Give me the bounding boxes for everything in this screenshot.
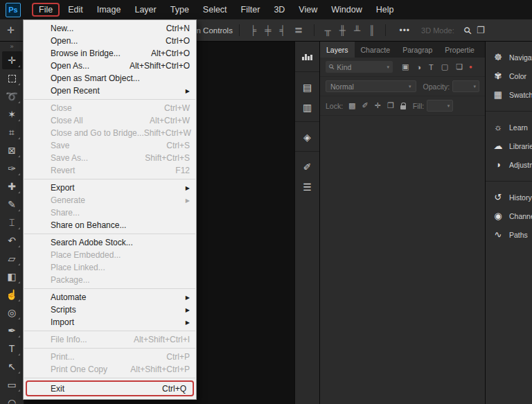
3d-panel-icon[interactable]: ◈	[297, 127, 318, 147]
distribute-spacing-icon[interactable]: ║	[369, 25, 375, 35]
filter-pixel-layers-icon[interactable]: ▣	[402, 62, 409, 71]
dodge-tool[interactable]: ◎	[2, 304, 22, 322]
menu-item-file[interactable]: File	[32, 3, 60, 17]
panel-button-learn[interactable]: ☼Learn	[486, 118, 532, 137]
panel-button-paths[interactable]: ∿Paths	[486, 225, 532, 244]
file-menu-item-scripts[interactable]: Scripts▶	[24, 304, 196, 316]
search-icon[interactable]: ⚲	[461, 24, 475, 37]
filter-toggle-dot[interactable]: ●	[469, 64, 472, 70]
align-bottom-edges-icon[interactable]: ╨	[354, 25, 360, 35]
lock-all-icon[interactable]	[400, 105, 406, 109]
align-right-edges-icon[interactable]: ╡	[279, 25, 285, 35]
file-menu-item-automate[interactable]: Automate▶	[24, 291, 196, 304]
swatches-icon: ▦	[492, 89, 504, 100]
move-tool[interactable]: ✛	[2, 51, 22, 69]
search-icon: ⚲	[327, 62, 336, 71]
align-top-edges-icon[interactable]: ╥	[325, 25, 331, 35]
menu-item-label: Open As...	[51, 61, 130, 71]
fill-field[interactable]: ▾	[427, 100, 453, 112]
menu-item-image[interactable]: Image	[90, 3, 128, 17]
file-menu-item-import[interactable]: Import▶	[24, 316, 196, 328]
file-menu-item-open-as[interactable]: Open As...Alt+Shift+Ctrl+O	[24, 60, 196, 72]
histogram-panel-icon[interactable]	[297, 47, 318, 67]
menu-item-view[interactable]: View	[292, 3, 324, 17]
gradient-tool[interactable]: ◧	[2, 267, 22, 286]
filter-shape-layers-icon[interactable]: ▢	[441, 62, 448, 71]
panel-button-adjustments[interactable]: ◑Adjustm	[486, 155, 532, 174]
lock-artboard-icon[interactable]: ❐	[387, 101, 394, 110]
healing-brush-tool[interactable]: ✚	[2, 177, 22, 195]
file-menu-item-export[interactable]: Export▶	[24, 182, 196, 194]
menu-item-edit[interactable]: Edit	[61, 3, 90, 17]
info-panel-icon[interactable]: ▤	[297, 77, 318, 97]
menu-item-help[interactable]: Help	[369, 3, 401, 17]
filter-smart-objects-icon[interactable]: ❏	[456, 62, 463, 71]
eraser-tool[interactable]: ▱	[2, 249, 22, 267]
align-horizontal-centers-icon[interactable]: ╪	[265, 25, 271, 35]
distribute-horizontal-icon[interactable]: 〓	[294, 24, 303, 37]
file-menu-item-browse-in-bridge[interactable]: Browse in Bridge...Alt+Ctrl+O	[24, 47, 196, 60]
hand-tool[interactable]: ◠	[2, 394, 22, 404]
panel-button-swatches[interactable]: ▦Swatche	[486, 85, 532, 104]
frame-tool[interactable]: ⊠	[2, 141, 22, 159]
path-select-tool[interactable]: ↖	[2, 358, 22, 376]
layer-filter-kind-select[interactable]: ⚲ Kind ▾	[326, 61, 393, 73]
tab-propertie[interactable]: Propertie	[438, 42, 481, 58]
eyedropper-tool[interactable]: ✑	[2, 159, 22, 177]
panel-button-history[interactable]: ↺History	[486, 188, 532, 207]
more-options-icon[interactable]: •••	[399, 26, 410, 35]
smudge-tool[interactable]: ☝	[2, 286, 22, 304]
menu-separator	[24, 378, 195, 378]
menu-item-layer[interactable]: Layer	[127, 3, 163, 17]
blend-mode-select[interactable]: Normal ▾	[326, 80, 416, 92]
menu-item-filter[interactable]: Filter	[234, 3, 267, 17]
swatches-label: Swatche	[509, 91, 532, 99]
notes-panel-icon[interactable]: ▥	[297, 97, 318, 117]
chevron-down-icon: ▾	[387, 64, 389, 70]
file-menu-item-new[interactable]: New...Ctrl+N	[24, 22, 196, 35]
lock-pixels-icon[interactable]: ✐	[362, 101, 369, 110]
menu-item-type[interactable]: Type	[163, 3, 196, 17]
file-menu-item-search-adobe-stock[interactable]: Search Adobe Stock...	[24, 236, 196, 249]
opacity-field[interactable]: ▾	[452, 80, 479, 92]
menu-item-label: Open as Smart Object...	[51, 73, 190, 83]
tab-characte[interactable]: Characte	[355, 42, 397, 58]
tab-paragrap[interactable]: Paragrap	[396, 42, 438, 58]
file-menu-item-open[interactable]: Open...Ctrl+O	[24, 35, 196, 47]
menu-item-window[interactable]: Window	[324, 3, 369, 17]
pen-tool[interactable]: ✒	[2, 322, 22, 340]
brush-settings-panel-icon[interactable]: ✐	[297, 157, 318, 177]
workspace-switcher-icon[interactable]: ❐	[477, 25, 485, 35]
filter-type-layers-icon[interactable]: T	[429, 63, 434, 71]
history-brush-tool[interactable]: ↶	[2, 231, 22, 249]
lasso-tool[interactable]: ➰	[2, 87, 22, 105]
align-vertical-centers-icon[interactable]: ╫	[339, 25, 346, 35]
clone-stamp-tool[interactable]: ⌶	[2, 213, 22, 231]
panel-group-separator	[295, 117, 320, 122]
lock-transparency-icon[interactable]: ▩	[348, 101, 355, 110]
tab-layers[interactable]: Layers	[320, 42, 355, 58]
brush-tool[interactable]: ✎	[2, 195, 22, 213]
panel-button-channels[interactable]: ◉Channe	[486, 207, 532, 225]
panel-button-color[interactable]: ✾Color	[486, 67, 532, 85]
file-menu-item-open-as-smart-object[interactable]: Open as Smart Object...	[24, 72, 196, 85]
type-tool[interactable]: T	[2, 340, 22, 358]
menu-item-3d[interactable]: 3D	[267, 3, 292, 17]
rectangle-tool[interactable]: ▭	[2, 376, 22, 394]
menu-item-select[interactable]: Select	[196, 3, 234, 17]
crop-tool[interactable]: ⌗	[2, 123, 22, 141]
marquee-tool[interactable]	[2, 69, 22, 87]
panel-button-navigator[interactable]: ☸Navigat	[486, 48, 532, 67]
lock-position-icon[interactable]: ✛	[375, 101, 381, 110]
file-menu-item-share-on-behance[interactable]: Share on Behance...	[24, 219, 196, 231]
menu-item-label: Revert	[51, 166, 175, 175]
panel-button-libraries[interactable]: ☁Librarie	[486, 137, 532, 155]
filter-adjustment-layers-icon[interactable]: ◑	[416, 63, 421, 71]
menu-item-label: Open...	[51, 36, 166, 46]
magic-wand-tool[interactable]: ✶	[2, 105, 22, 123]
file-menu-item-open-recent[interactable]: Open Recent▶	[24, 85, 196, 97]
tool-presets-panel-icon[interactable]: ☰	[297, 177, 318, 197]
toolbar-collapse-icon[interactable]: »	[10, 42, 13, 51]
align-left-edges-icon[interactable]: ╞	[250, 25, 256, 35]
file-menu-item-exit[interactable]: ExitCtrl+Q	[27, 382, 193, 395]
